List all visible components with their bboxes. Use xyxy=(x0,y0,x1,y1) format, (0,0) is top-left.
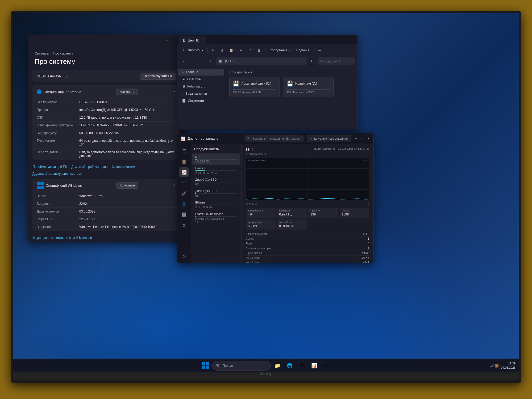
delete-button[interactable]: 🗑 xyxy=(255,46,264,55)
metric-cores: Ядра 4 xyxy=(246,241,369,246)
taskman-search[interactable]: 🔍 Введіть ім'я, видавця чи ID процесу xyxy=(244,135,304,142)
cpu-detail-title: ЦП xyxy=(246,147,266,153)
explorer-search[interactable]: Пошуку Цей ПК xyxy=(318,57,355,65)
copy-button[interactable]: ⎘ xyxy=(218,46,226,55)
tab-close-icon[interactable]: ✕ xyxy=(201,39,203,42)
rename-pc-link[interactable]: Перейменувати цей ПК xyxy=(32,165,67,169)
taskman-nav-processes[interactable]: 📋 xyxy=(179,157,189,166)
desktop-label: Робочий стіл xyxy=(187,85,206,88)
chevron-icon: ▾ xyxy=(202,49,203,52)
share-button[interactable]: ↗ xyxy=(246,46,254,55)
sidebar-item-downloads[interactable]: ↓ Завантаження xyxy=(178,90,224,97)
cut-button[interactable]: ✂ xyxy=(209,46,217,55)
taskbar-app-explorer[interactable]: 📁 xyxy=(272,360,283,371)
taskman-nav-history[interactable]: ⏱ xyxy=(179,178,189,188)
documents-icon: 📄 xyxy=(182,99,186,103)
new-tab-button[interactable]: ＋ xyxy=(207,37,215,44)
perf-item-disk0[interactable]: Диск 0 (C:) SSD 0% xyxy=(192,176,240,188)
taskman-nav-services[interactable]: ⚙ xyxy=(179,221,189,230)
address-bar[interactable]: 🖥 Цей ПК xyxy=(216,57,307,65)
taskbar-search[interactable]: 🔍 Пошук xyxy=(212,361,271,371)
monitor-screen: ─ □ ✕ Система › Про систему Про систему … xyxy=(13,13,519,372)
system-protection-link[interactable]: Захист системи xyxy=(112,165,135,169)
tab-label: Цей ПК xyxy=(188,39,199,42)
paste-button[interactable]: 📋 xyxy=(227,46,236,55)
sidebar-item-documents[interactable]: 📄 Документи xyxy=(178,97,224,104)
copy-specs-button[interactable]: Копіювати xyxy=(116,89,138,95)
taskman-minimize[interactable]: ─ xyxy=(354,137,358,140)
clock-date: 04.06.2023 xyxy=(501,366,516,370)
toolbar-separator-2 xyxy=(265,48,265,53)
rename-pc-button[interactable]: Перейменувати ПК xyxy=(140,73,176,80)
copy-win-specs-button[interactable]: Копіювати xyxy=(116,182,138,189)
proc-value: 139 xyxy=(310,213,336,216)
task-manager-window: 📊 Диспетчер завдань 🔍 Введіть ім'я, вида… xyxy=(177,133,374,263)
perf-item-ethernet[interactable]: Ethernet S: 0 б R: 0 Кб/с xyxy=(192,199,240,210)
forward-button[interactable]: › xyxy=(189,57,196,65)
cpu-item-name: ЦП xyxy=(195,155,237,158)
taskman-maximize[interactable]: □ xyxy=(360,137,364,140)
microsoft-services-link[interactable]: Угода про використання служб Microsoft xyxy=(32,236,180,240)
taskman-nav-startup[interactable]: 🚀 xyxy=(179,189,189,198)
uptime-label: Час роботи xyxy=(279,221,305,224)
sort-button[interactable]: Сортування ▾ xyxy=(267,46,293,55)
threads-label: Потоки xyxy=(342,209,367,212)
memory-item-sub: 2,6/11,8 ГБ (24%) xyxy=(195,172,237,174)
spec-row-device-name: Ім'я пристрою DESKTOP-USPIF80 xyxy=(32,98,180,106)
perf-item-memory[interactable]: Пам'ять 2,6/11,8 ГБ (24%) xyxy=(192,165,240,176)
explorer-tab-this-pc[interactable]: 🖥 Цей ПК ✕ xyxy=(179,36,206,44)
memory-bar-bg xyxy=(195,170,237,171)
refresh-button[interactable]: ↻ xyxy=(309,57,316,65)
drive-c[interactable]: 💾 Локальний диск (C:) 497 ГБ вільно з 47… xyxy=(229,77,280,97)
new-task-button[interactable]: + Запустити нове завдання xyxy=(307,135,351,142)
cpu-bar xyxy=(195,159,197,160)
license-terms-link[interactable]: Умови ліцензії на програмний продукт Mic… xyxy=(32,242,103,242)
sidebar-item-desktop[interactable]: 🖥 Робочий стіл xyxy=(178,83,224,90)
create-button[interactable]: ＋ Створити ▾ xyxy=(179,46,206,55)
drive-c-bar xyxy=(233,89,276,90)
license-links: Угода про використання служб Microsoft У… xyxy=(28,234,185,242)
perf-item-disk1[interactable]: Диск 1 (D:) SSD 0% xyxy=(192,188,240,199)
more-button[interactable]: ··· xyxy=(315,46,323,55)
taskman-nav-performance[interactable]: 📈 xyxy=(179,167,189,177)
metric-logical: Логічних процесорів 4 xyxy=(246,246,369,251)
drive-d[interactable]: 💾 Новий том (D:) 465 ГБ вільно з 465 ГБ xyxy=(283,77,334,97)
maximize-button[interactable]: □ xyxy=(171,39,174,42)
sidebar-item-home[interactable]: ⌂ Головна xyxy=(178,69,224,76)
device-specs-section: ℹ Специфікації пристрою Копіювати ∧ Ім'я… xyxy=(32,85,180,160)
view-button[interactable]: Подання ▾ xyxy=(294,46,314,55)
up-button[interactable]: ↑ xyxy=(207,57,214,65)
perf-item-cpu[interactable]: ЦП 4% 0,99 ГГц xyxy=(192,153,240,165)
perf-item-gpu[interactable]: Графічний процесор Intel(R) UHD Graphics… xyxy=(192,211,240,225)
sidebar-item-onedrive[interactable]: ☁ OneDrive xyxy=(178,76,224,83)
desktop-icon: 🖥 xyxy=(182,85,185,88)
breadcrumb-about: Про систему xyxy=(53,51,73,55)
taskman-nav-users[interactable]: 👤 xyxy=(179,199,189,209)
minimize-button[interactable]: ─ xyxy=(165,39,169,42)
taskman-close[interactable]: ✕ xyxy=(367,137,370,140)
back-button[interactable]: ‹ xyxy=(180,57,187,65)
collapse-icon[interactable]: ∧ xyxy=(173,89,176,94)
memory-bar xyxy=(195,170,205,171)
taskbar-app-misc[interactable]: 🛡 xyxy=(321,360,332,371)
start-button[interactable] xyxy=(200,360,211,371)
taskman-nav-hamburger[interactable]: ☰ xyxy=(179,146,189,156)
graph-0: 0 xyxy=(366,196,367,199)
taskbar-app-edge[interactable]: 🌐 xyxy=(284,360,295,371)
collapse-win-icon[interactable]: ∧ xyxy=(173,183,176,188)
taskman-body: ☰ 📋 📈 ⏱ 🚀 👤 📃 ⚙ ⚙ Продуктивність ЦП xyxy=(177,144,373,263)
taskman-nav-details[interactable]: 📃 xyxy=(179,210,189,219)
taskbar-app-settings[interactable]: ⚙ xyxy=(296,360,307,371)
gpu-item-name: Графічний процесор xyxy=(195,212,237,215)
down-button[interactable]: ˅ xyxy=(198,57,205,65)
taskman-nav-settings[interactable]: ⚙ xyxy=(179,251,189,261)
spec-row-version: Версія Windows 11 Pro xyxy=(32,192,180,200)
domain-link[interactable]: Домен або робоча група xyxy=(71,165,107,169)
sort-chevron-icon: ▾ xyxy=(289,49,290,52)
additional-settings-link[interactable]: Додаткові налаштування системи xyxy=(28,171,185,177)
speed-value: 0,99 ГГц xyxy=(279,213,305,216)
toolbar-separator xyxy=(207,48,208,53)
stat-threads: Потоки 1398 xyxy=(340,208,369,218)
rename-button[interactable]: ✏ xyxy=(237,46,245,55)
taskbar-app-taskman[interactable]: 📊 xyxy=(309,360,320,371)
